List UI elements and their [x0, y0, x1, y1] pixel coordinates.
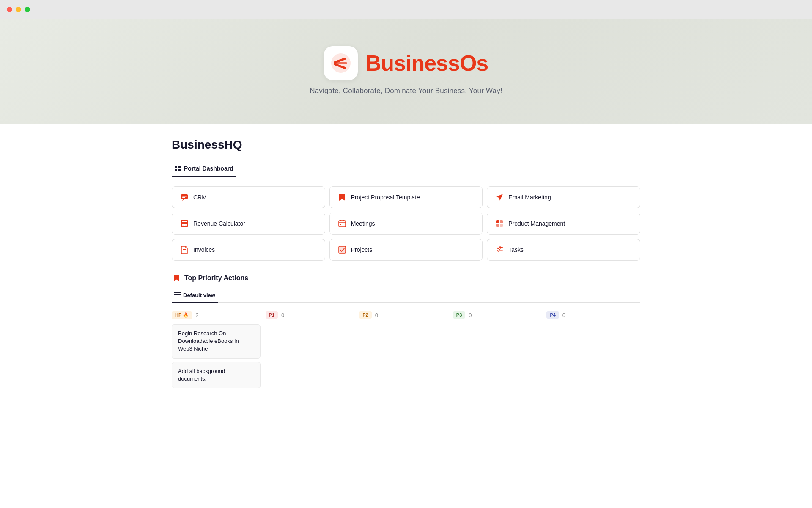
p4-count: 0: [562, 312, 565, 318]
svg-rect-34: [176, 292, 178, 293]
p4-label: P4: [550, 312, 555, 318]
hp-count: 2: [195, 312, 198, 318]
tab-portal-dashboard[interactable]: Portal Dashboard: [172, 161, 236, 177]
card-project-proposal[interactable]: Project Proposal Template: [329, 186, 483, 208]
section-tabs-bar: Default view: [172, 288, 640, 303]
svg-rect-24: [500, 220, 503, 223]
priority-header-p3: P3 0: [453, 311, 542, 319]
chat-icon: [180, 193, 189, 202]
svg-rect-33: [174, 292, 176, 293]
tab-portal-dashboard-label: Portal Dashboard: [184, 165, 233, 172]
bookmark-red-icon: [172, 273, 181, 283]
badge-p4: P4: [546, 311, 559, 319]
card-projects[interactable]: Projects: [329, 239, 483, 261]
grid-icon: [174, 165, 181, 172]
card-revenue-calculator[interactable]: Revenue Calculator: [172, 213, 325, 235]
svg-rect-22: [340, 224, 341, 225]
svg-rect-26: [500, 224, 503, 227]
svg-rect-37: [176, 294, 178, 295]
p2-count: 0: [375, 312, 378, 318]
svg-rect-12: [182, 221, 187, 222]
svg-rect-31: [499, 247, 503, 248]
card-email-marketing-label: Email Marketing: [508, 194, 551, 201]
hero-title: BusinessOs: [365, 50, 488, 76]
svg-rect-5: [178, 166, 181, 168]
svg-rect-35: [178, 292, 181, 293]
hero-logo-wrap: BusinessOs: [324, 46, 488, 80]
card-tasks-label: Tasks: [508, 246, 524, 253]
cards-grid: CRM Project Proposal Template Email Mark…: [172, 186, 640, 261]
svg-rect-15: [185, 224, 187, 225]
card-crm-label: CRM: [193, 194, 207, 201]
svg-rect-32: [499, 250, 503, 251]
tabs-bar: Portal Dashboard: [172, 160, 640, 177]
p2-label: P2: [362, 312, 368, 318]
hero-banner: BusinessOs Navigate, Collaborate, Domina…: [0, 19, 812, 124]
priority-col-p2: P2 0: [359, 311, 453, 392]
priority-col-hp: HP 🔥 2 Begin Research On Downloadable eB…: [172, 311, 266, 392]
hero-title-accent: Os: [460, 51, 488, 75]
svg-rect-9: [182, 196, 187, 197]
priority-col-p1: P1 0: [266, 311, 359, 392]
minimize-button[interactable]: [16, 7, 21, 12]
card-product-management[interactable]: Product Management: [487, 213, 640, 235]
main-content: BusinessHQ Portal Dashboard: [131, 124, 681, 409]
app-logo-icon: [324, 46, 358, 80]
badge-hp: HP 🔥: [172, 311, 192, 319]
svg-rect-4: [175, 166, 177, 168]
card-meetings[interactable]: Meetings: [329, 213, 483, 235]
svg-rect-25: [496, 224, 499, 227]
svg-rect-21: [343, 220, 344, 221]
priority-col-p4: P4 0: [546, 311, 640, 392]
calculator-icon: [180, 219, 189, 228]
svg-rect-36: [174, 294, 176, 295]
priority-columns: HP 🔥 2 Begin Research On Downloadable eB…: [172, 311, 640, 392]
hero-title-dark: Business: [365, 51, 460, 75]
task-card-hp-1[interactable]: Add all background documents.: [172, 362, 261, 388]
p1-count: 0: [281, 312, 284, 318]
svg-rect-17: [184, 225, 185, 226]
svg-rect-7: [178, 169, 181, 171]
priority-header-p2: P2 0: [359, 311, 448, 319]
card-project-proposal-label: Project Proposal Template: [351, 194, 420, 201]
bookmark-icon: [337, 193, 347, 202]
svg-rect-28: [183, 251, 185, 251]
tab-default-view[interactable]: Default view: [172, 288, 218, 303]
p3-count: 0: [469, 312, 472, 318]
task-text-hp-1: Add all background documents.: [178, 368, 225, 382]
priority-section-title: Top Priority Actions: [184, 274, 248, 282]
task-text-hp-0: Begin Research On Downloadable eBooks In…: [178, 330, 239, 352]
hp-label: HP 🔥: [175, 312, 189, 318]
table-icon: [174, 292, 181, 298]
priority-header-p1: P1 0: [266, 311, 354, 319]
priority-header-hp: HP 🔥 2: [172, 311, 261, 319]
svg-rect-13: [182, 224, 184, 225]
card-meetings-label: Meetings: [351, 220, 375, 227]
svg-rect-18: [185, 225, 187, 226]
svg-rect-10: [182, 197, 185, 198]
svg-rect-23: [496, 220, 499, 223]
card-tasks[interactable]: Tasks: [487, 239, 640, 261]
default-view-label: Default view: [183, 292, 215, 298]
svg-rect-19: [339, 221, 346, 227]
tasks-icon: [495, 245, 504, 254]
send-icon: [495, 193, 504, 202]
card-product-management-label: Product Management: [508, 220, 565, 227]
logo-svg: [330, 52, 351, 74]
svg-rect-16: [182, 225, 184, 226]
hero-subtitle: Navigate, Collaborate, Dominate Your Bus…: [310, 87, 502, 95]
page-title: BusinessHQ: [172, 138, 640, 152]
p3-label: P3: [456, 312, 462, 318]
card-crm[interactable]: CRM: [172, 186, 325, 208]
calendar-icon: [337, 219, 347, 228]
card-email-marketing[interactable]: Email Marketing: [487, 186, 640, 208]
svg-rect-20: [340, 220, 341, 221]
card-invoices[interactable]: Invoices: [172, 239, 325, 261]
close-button[interactable]: [7, 7, 12, 12]
task-card-hp-0[interactable]: Begin Research On Downloadable eBooks In…: [172, 324, 261, 359]
window-chrome: [0, 0, 812, 19]
priority-section-header: Top Priority Actions: [172, 273, 640, 283]
product-icon: [495, 219, 504, 228]
svg-rect-38: [178, 294, 181, 295]
maximize-button[interactable]: [25, 7, 30, 12]
